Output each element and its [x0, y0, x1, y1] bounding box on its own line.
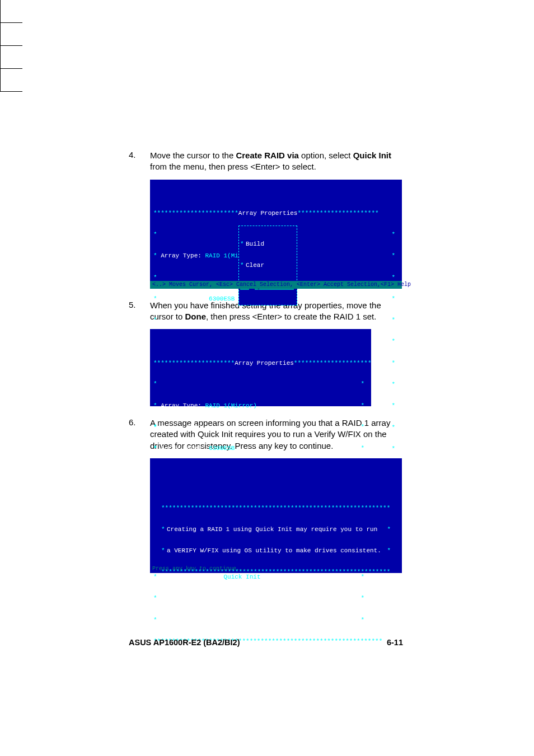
press-any-key-prompt[interactable]: Press any key to continue.... [150, 565, 402, 573]
footer-model: ASUS AP1600R-E2 (BA2/BI2) [129, 638, 240, 647]
message-line-1: Creating a RAID 1 using Quick Init may r… [167, 526, 385, 533]
submenu-build[interactable]: Build [246, 241, 264, 248]
terminal-screenshot-1: ***********************Array Properties*… [150, 180, 402, 289]
step-number: 4. [129, 150, 150, 173]
done-button[interactable]: [Done] [240, 617, 263, 623]
terminal-footer-hints: <..> Moves Cursor, <Esc> Cancel Selectio… [150, 281, 402, 289]
step-number: 6. [129, 417, 150, 452]
page-footer: ASUS AP1600R-E2 (BA2/BI2) 6-11 [129, 638, 403, 647]
step-text: Move the cursor to the Create RAID via o… [150, 150, 403, 173]
page-content: 4. Move the cursor to the Create RAID vi… [129, 150, 403, 584]
message-line-2: a VERIFY W/FIX using OS utility to make … [167, 547, 385, 555]
step-number: 5. [129, 300, 150, 323]
footer-page-number: 6-11 [387, 638, 403, 647]
terminal-screenshot-2: **********************Array Properties**… [150, 329, 371, 406]
terminal-screenshot-3: ****************************************… [150, 458, 402, 573]
step-4: 4. Move the cursor to the Create RAID vi… [129, 150, 403, 173]
submenu-clear[interactable]: Clear [246, 262, 264, 269]
create-raid-submenu: * Build * Clear [D* Quick Init [238, 226, 297, 306]
